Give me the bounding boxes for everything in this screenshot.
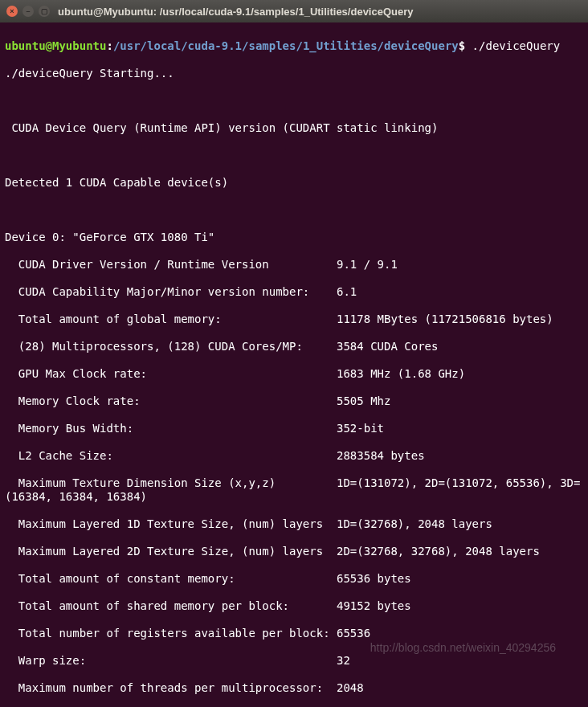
prompt-userhost: ubuntu@Myubuntu (5, 39, 106, 52)
output-line: (28) Multiprocessors, (128) CUDA Cores/M… (5, 340, 583, 354)
output-line (5, 203, 583, 217)
output-line: Detected 1 CUDA Capable device(s) (5, 176, 583, 190)
window-titlebar: × – ▢ ubuntu@Myubuntu: /usr/local/cuda-9… (0, 0, 588, 22)
output-line: ./deviceQuery Starting... (5, 67, 583, 80)
output-line: Device 0: "GeForce GTX 1080 Ti" (5, 231, 583, 244)
output-line: Memory Clock rate: 5505 Mhz (5, 394, 583, 408)
prompt-path: /usr/local/cuda-9.1/samples/1_Utilities/… (113, 39, 459, 52)
terminal-output[interactable]: ubuntu@Myubuntu:/usr/local/cuda-9.1/samp… (0, 22, 588, 707)
prompt-sigil: $ (459, 39, 465, 52)
output-line: Memory Bus Width: 352-bit (5, 422, 583, 435)
output-line: Total amount of shared memory per block:… (5, 599, 583, 613)
output-line: CUDA Device Query (Runtime API) version … (5, 121, 583, 135)
output-line: CUDA Driver Version / Runtime Version 9.… (5, 258, 583, 272)
output-line: Total number of registers available per … (5, 627, 583, 640)
output-line: Maximum Layered 1D Texture Size, (num) l… (5, 517, 583, 531)
window-controls: × – ▢ (6, 6, 50, 17)
output-line: Maximum Texture Dimension Size (x,y,z) 1… (5, 476, 583, 504)
entered-command: ./deviceQuery (465, 39, 560, 52)
output-line: Total amount of global memory: 11178 MBy… (5, 313, 583, 326)
output-line (5, 94, 583, 108)
output-line (5, 149, 583, 162)
window-title: ubuntu@Myubuntu: /usr/local/cuda-9.1/sam… (58, 5, 414, 18)
output-line: Warp size: 32 (5, 654, 583, 668)
close-icon[interactable]: × (6, 6, 18, 17)
prompt-sep: : (106, 39, 112, 52)
output-line: Maximum Layered 2D Texture Size, (num) l… (5, 545, 583, 558)
output-line: L2 Cache Size: 2883584 bytes (5, 449, 583, 463)
output-line: Total amount of constant memory: 65536 b… (5, 572, 583, 586)
minimize-icon[interactable]: – (22, 6, 34, 17)
maximize-icon[interactable]: ▢ (39, 6, 50, 17)
output-line: Maximum number of threads per multiproce… (5, 681, 583, 695)
output-line: CUDA Capability Major/Minor version numb… (5, 285, 583, 299)
output-line: GPU Max Clock rate: 1683 MHz (1.68 GHz) (5, 367, 583, 381)
